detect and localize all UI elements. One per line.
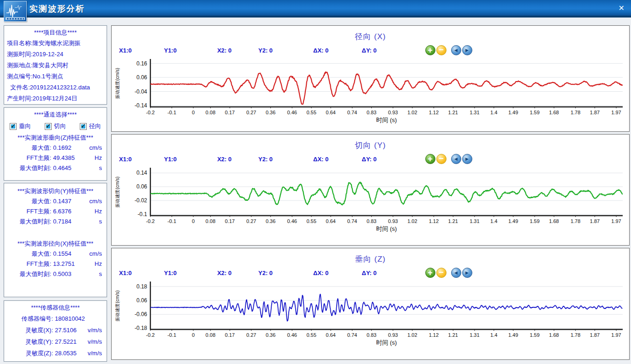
feature-row-fu: Hz — [95, 206, 104, 217]
feature-row-fv: 0.1437 — [53, 196, 71, 206]
project-info-lines: 项目名称:隆安海螺水泥测振测振时间:2019-12-24测振地点:隆安县大同村测… — [7, 38, 104, 104]
x-tick-label: 0.08 — [206, 332, 215, 338]
zoom-in-button[interactable] — [425, 154, 435, 164]
channel-checkbox-row: 垂向切向径向 — [7, 120, 104, 132]
pan-right-button[interactable] — [462, 45, 472, 55]
feature-row: 最大值时刻:0.4645s — [7, 163, 104, 173]
feature-row: 最大值时刻:0.7184s — [7, 217, 104, 227]
x-tick-label: 1.68 — [549, 110, 559, 115]
sensor-row-fv: 28.0535 — [55, 347, 77, 359]
sensor-row-fv: 180810042 — [55, 313, 85, 324]
sensor-row: 灵敏度(Z):28.0535v/m/s — [7, 347, 104, 359]
feature-row-fu: cm/s — [89, 249, 104, 259]
waveform-tangential-y — [150, 182, 623, 205]
zoom-out-button[interactable] — [436, 154, 446, 164]
sensor-row-fv: 27.5221 — [55, 336, 77, 347]
cursor-readout: Y2: 0 — [258, 156, 273, 163]
x-tick-label: 1.4 — [490, 218, 497, 224]
close-icon[interactable]: ✕ — [619, 4, 625, 13]
chart-plot[interactable]: 0.140.06-0.02-0.1-0.2-0.100.080.170.270.… — [112, 165, 629, 234]
pan-right-button[interactable] — [462, 268, 472, 278]
project-info-title: ****项目信息**** — [7, 28, 104, 38]
sensor-row-fl: 灵敏度(X): — [7, 324, 53, 336]
x-tick-label: 0.46 — [287, 110, 297, 115]
y-tick-label: 0.18 — [137, 283, 148, 290]
sensor-row: 灵敏度(X):27.5106v/m/s — [7, 324, 104, 336]
x-axis-label: 时间 (s) — [376, 339, 397, 346]
chart-panel-tangential-y: 切向 (Y) X1:0Y1:0X2: 0Y2: 0ΔX: 0ΔY: 0 0.14… — [111, 134, 630, 246]
zoom-out-button[interactable] — [436, 268, 446, 278]
x-tick-label: 1.31 — [470, 110, 479, 115]
x-tick-label: 0.17 — [225, 110, 235, 115]
project-info-box: ****项目信息**** 项目名称:隆安海螺水泥测振测振时间:2019-12-2… — [4, 25, 107, 105]
x-tick-label: 0.27 — [246, 218, 256, 224]
feature-values-box: ***实测波形切向(Y)特征值***最大值:0.1437cm/sFFT主频:6.… — [4, 183, 107, 297]
feature-section-vertical-z: ***实测波形垂向(Z)特征值***最大值:0.1692cm/sFFT主频:49… — [7, 133, 104, 173]
y-tick-label: 0.14 — [137, 170, 148, 176]
x-tick-label: 1.21 — [448, 218, 458, 224]
chart-plot[interactable]: 0.180.06-0.06-0.18-0.2-0.100.080.170.270… — [112, 279, 629, 348]
y-axis-label: 振动速度(cm/s) — [115, 68, 120, 99]
x-tick-label: 0.27 — [246, 110, 256, 115]
feature-row-fu: cm/s — [89, 196, 104, 206]
pan-right-button[interactable] — [462, 154, 472, 164]
pan-left-button[interactable] — [451, 154, 461, 164]
x-tick-label: 1.87 — [590, 110, 600, 115]
x-tick-label: 0 — [192, 218, 195, 224]
y-tick-label: -0.02 — [135, 197, 148, 204]
x-tick-label: 1.97 — [611, 218, 621, 224]
sensor-row-fv: 27.5106 — [55, 324, 77, 336]
feature-row: 最大值时刻:0.5003s — [7, 269, 104, 279]
x-tick-label: 0.46 — [287, 332, 297, 338]
x-tick-label: 0.74 — [347, 332, 357, 338]
x-tick-label: 0.36 — [266, 218, 275, 224]
feature-row-fl: 最大值: — [7, 196, 51, 206]
x-tick-label: 0.74 — [347, 110, 357, 115]
pan-left-button[interactable] — [451, 45, 461, 55]
sensor-info-box: ****传感器信息**** 传感器编号:180810042灵敏度(X):27.5… — [4, 300, 107, 362]
channel-checkbox-radial[interactable]: 径向 — [80, 121, 101, 132]
chart-plot[interactable]: 0.160.06-0.04-0.14-0.2-0.100.080.170.270… — [112, 56, 629, 125]
cursor-readout: ΔY: 0 — [362, 156, 376, 163]
channel-checkbox-vertical[interactable]: 垂向 — [10, 121, 31, 132]
sensor-info-rows: 传感器编号:180810042灵敏度(X):27.5106v/m/s灵敏度(Y)… — [7, 313, 104, 359]
feature-row: FFT主频:49.4385Hz — [7, 153, 104, 163]
x-tick-label: 0.17 — [225, 218, 235, 224]
x-tick-label: -0.1 — [167, 332, 176, 338]
zoom-in-button[interactable] — [425, 268, 435, 278]
pan-left-button[interactable] — [451, 268, 461, 278]
zoom-out-button[interactable] — [436, 45, 446, 55]
x-tick-label: 1.59 — [530, 110, 539, 115]
feature-row: FFT主频:6.6376Hz — [7, 206, 104, 217]
chart-title-radial-x: 径向 (X) — [112, 31, 629, 42]
chart-panel-vertical-z: 垂向 (Z) X1:0Y1:0X2: 0Y2: 0ΔX: 0ΔY: 0 0.18… — [111, 248, 630, 360]
feature-row-fl: FFT主频: — [7, 153, 51, 163]
x-tick-label: 0.36 — [266, 110, 275, 115]
feature-section-tangential-y: ***实测波形切向(Y)特征值***最大值:0.1437cm/sFFT主频:6.… — [7, 186, 104, 227]
feature-row-fu: s — [99, 163, 104, 173]
titlebar: 实测波形分析 ✕ — [0, 0, 631, 18]
y-tick-label: -0.14 — [135, 102, 148, 109]
cursor-readout: Y1:0 — [164, 47, 176, 54]
chart-toolbar — [425, 154, 472, 164]
feature-row-fl: FFT主频: — [7, 259, 51, 269]
zoom-in-button[interactable] — [425, 45, 435, 55]
cursor-readout: X2: 0 — [217, 47, 232, 54]
channel-checkbox-tangential[interactable]: 切向 — [45, 121, 66, 132]
project-info-line: 测振地点:隆安县大同村 — [7, 60, 104, 71]
cursor-readout: X1:0 — [119, 156, 131, 163]
x-tick-label: 1.31 — [470, 332, 479, 338]
checkbox-icon[interactable] — [45, 123, 52, 130]
x-tick-label: 1.4 — [490, 332, 497, 338]
feature-section-radial-x: ***实测波形径向(X)特征值***最大值:0.1554cm/sFFT主频:13… — [7, 239, 104, 279]
checkbox-icon[interactable] — [10, 123, 17, 130]
x-tick-label: 1.59 — [530, 332, 539, 338]
channel-label: 径向 — [89, 122, 101, 130]
project-info-line: 测振时间:2019-12-24 — [7, 49, 104, 60]
chart-title-tangential-y: 切向 (Y) — [112, 140, 629, 151]
sensor-row: 灵敏度(Y):27.5221v/m/s — [7, 336, 104, 347]
checkbox-icon[interactable] — [80, 123, 87, 130]
feature-row-fv: 0.7184 — [53, 217, 71, 227]
y-tick-label: 0.06 — [137, 297, 148, 304]
cursor-readout-row: X1:0Y1:0X2: 0Y2: 0ΔX: 0ΔY: 0 — [112, 267, 629, 279]
